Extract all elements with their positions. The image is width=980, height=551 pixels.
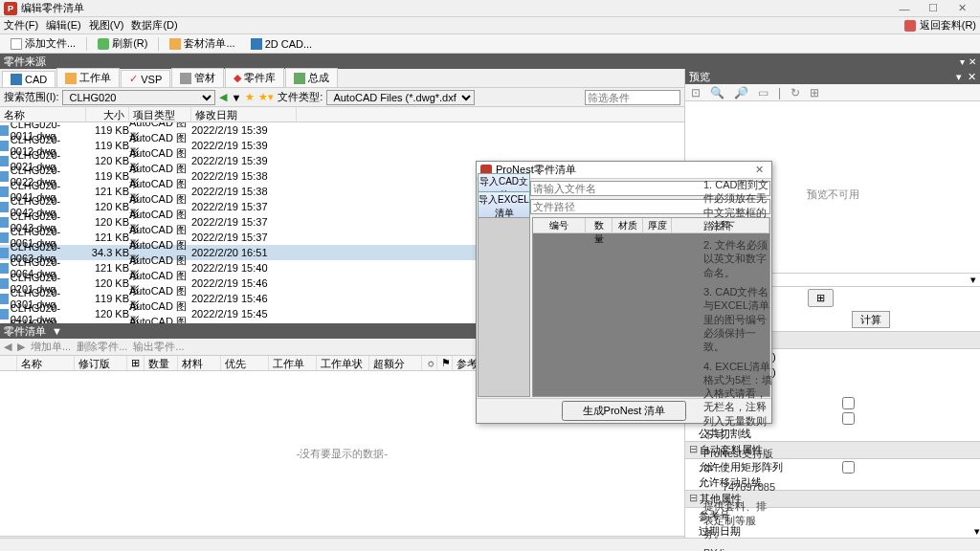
filter-input[interactable] bbox=[585, 90, 680, 105]
new-icon bbox=[11, 38, 22, 50]
menu-file[interactable]: 文件(F) bbox=[4, 18, 38, 33]
col2-ws[interactable]: 工作单状态 bbox=[317, 356, 369, 370]
panel-list-drop-icon[interactable]: ▼ bbox=[52, 325, 62, 337]
nav-fav-icon[interactable]: ★ bbox=[245, 91, 255, 103]
tab-vsp[interactable]: ✓VSP bbox=[121, 70, 170, 87]
search-folder-select[interactable]: CLHG020 bbox=[62, 90, 215, 105]
pipe-tab-icon bbox=[180, 73, 191, 84]
col2-cd[interactable]: 超额分配... bbox=[369, 356, 422, 370]
maximize-button[interactable]: ☐ bbox=[919, 2, 947, 14]
prop-calc-button[interactable]: ⊞ bbox=[808, 289, 834, 307]
rpanel-pin-icon[interactable]: ▾ bbox=[956, 71, 962, 83]
col2-rev[interactable]: 修订版 bbox=[75, 356, 127, 370]
prop-nofill-check[interactable] bbox=[842, 397, 855, 409]
return-icon bbox=[904, 20, 916, 32]
col2-qty[interactable]: 数量 bbox=[145, 356, 178, 370]
dlg-col-no[interactable]: 编号 bbox=[533, 218, 586, 232]
tb2-prev-icon[interactable]: ◀ bbox=[4, 341, 11, 353]
grid-icon[interactable]: ⊞ bbox=[810, 86, 819, 99]
panel-pin-icon[interactable]: ▾ bbox=[960, 56, 965, 67]
prop-duedate-drop-icon[interactable]: ▾ bbox=[974, 525, 980, 538]
nav-up-icon[interactable]: ▼ bbox=[231, 92, 241, 103]
col2-pin[interactable]: ⊞ bbox=[127, 356, 145, 370]
tb2-add[interactable]: 增加单... bbox=[31, 340, 71, 354]
panel-list-title: 零件清单 bbox=[4, 324, 46, 339]
col2-pri[interactable]: 优先 bbox=[221, 356, 269, 370]
minimize-button[interactable]: — bbox=[890, 3, 919, 14]
close-button[interactable]: ✕ bbox=[947, 2, 976, 14]
menu-view[interactable]: 视图(V) bbox=[89, 18, 124, 33]
tb2-next-icon[interactable]: ▶ bbox=[17, 341, 25, 353]
panel-source-title: 零件来源 bbox=[4, 55, 46, 69]
search-label: 搜索范围(I): bbox=[4, 90, 58, 104]
work-tab-icon bbox=[65, 73, 77, 84]
tab-work[interactable]: 工作单 bbox=[56, 68, 120, 87]
prop-drop-icon[interactable]: ▾ bbox=[967, 274, 980, 286]
calc-button[interactable]: 计算 bbox=[852, 311, 890, 328]
dlg-col-mat[interactable]: 材质 bbox=[612, 218, 643, 232]
dlg-col-qty[interactable]: 数量 bbox=[586, 218, 612, 232]
zoom-in-icon[interactable]: 🔍 bbox=[710, 86, 724, 99]
menu-data[interactable]: 数据库(D) bbox=[131, 18, 177, 33]
prop-comb-check[interactable] bbox=[842, 412, 855, 425]
cad-icon bbox=[251, 38, 262, 50]
dialog-close-icon[interactable]: ✕ bbox=[751, 164, 768, 176]
col2-name[interactable]: 名称 bbox=[17, 356, 75, 370]
prop-allowrect-check[interactable] bbox=[842, 461, 855, 474]
status-bar bbox=[0, 538, 980, 551]
generate-button[interactable]: 生成ProNest 清单 bbox=[562, 401, 687, 421]
bom-icon bbox=[169, 38, 181, 50]
menu-return[interactable]: 返回套料(R) bbox=[920, 18, 976, 33]
col-date[interactable]: 修改日期 bbox=[191, 107, 297, 121]
menu-edit[interactable]: 编辑(E) bbox=[46, 18, 81, 33]
tb-refresh[interactable]: 刷新(R) bbox=[91, 34, 154, 53]
assy-tab-icon bbox=[294, 73, 305, 84]
preview-panel-title: 预览 bbox=[689, 70, 710, 84]
col-type[interactable]: 项目类型 bbox=[129, 107, 191, 121]
panel-close-icon[interactable]: ✕ bbox=[969, 56, 976, 67]
tab-lib[interactable]: ◆零件库 bbox=[225, 68, 284, 87]
zoom-out-icon[interactable]: 🔎 bbox=[734, 86, 748, 99]
col-name[interactable]: 名称 bbox=[0, 107, 86, 121]
col2-opt1[interactable]: ☼ bbox=[422, 356, 437, 370]
tab-pipe[interactable]: 管材 bbox=[171, 68, 224, 87]
cad-tab-icon bbox=[11, 74, 22, 85]
zoom-sel-icon[interactable]: ▭ bbox=[758, 86, 768, 99]
rot-icon[interactable]: ↻ bbox=[791, 86, 800, 99]
file-row[interactable]: CLHG020-0012.dwg119 KBAutoCAD 图形2022/2/1… bbox=[0, 138, 684, 153]
nav-fav2-icon[interactable]: ★▾ bbox=[258, 91, 274, 103]
tb-bom[interactable]: 套材清单... bbox=[163, 34, 241, 53]
col2-mat[interactable]: 材料 bbox=[178, 356, 221, 370]
col-size[interactable]: 大小 bbox=[86, 107, 129, 121]
file-row[interactable]: CLHG020-0011.dwg119 KBAutoCAD 图形2022/2/1… bbox=[0, 122, 684, 138]
tb-cad[interactable]: 2D CAD... bbox=[244, 36, 320, 52]
window-title: 编辑零件清单 bbox=[21, 1, 890, 15]
tab-assy[interactable]: 总成 bbox=[285, 68, 338, 87]
refresh-icon bbox=[98, 38, 109, 50]
nav-back-icon[interactable]: ◀ bbox=[219, 91, 227, 103]
tb2-del[interactable]: 删除零件... bbox=[77, 340, 127, 354]
tb2-preset[interactable]: 输出零件... bbox=[133, 340, 184, 354]
dialog-title: ProNest零件清单 bbox=[496, 163, 751, 177]
rpanel-close-icon[interactable]: ✕ bbox=[968, 71, 976, 83]
tb-new[interactable]: 添加文件... bbox=[4, 34, 82, 53]
zoom-fit-icon[interactable]: ⊡ bbox=[691, 86, 701, 99]
filetype-select[interactable]: AutoCAD Files (*.dwg*.dxf) bbox=[326, 90, 475, 105]
col2-opt2[interactable]: ⚑ bbox=[437, 356, 453, 370]
side-tips: 1. CAD图到文件必须放在无中文完整框的路径下 2. 文件名必须以英文和数字命… bbox=[703, 178, 775, 551]
col2-wo[interactable]: 工作单编号 bbox=[269, 356, 317, 370]
tab-cad[interactable]: CAD bbox=[2, 71, 56, 87]
preview-text: 预览不可用 bbox=[807, 187, 859, 202]
filetype-label: 文件类型: bbox=[278, 90, 323, 104]
app-icon: P bbox=[4, 2, 17, 15]
dlg-col-thk[interactable]: 厚度 bbox=[643, 218, 672, 232]
